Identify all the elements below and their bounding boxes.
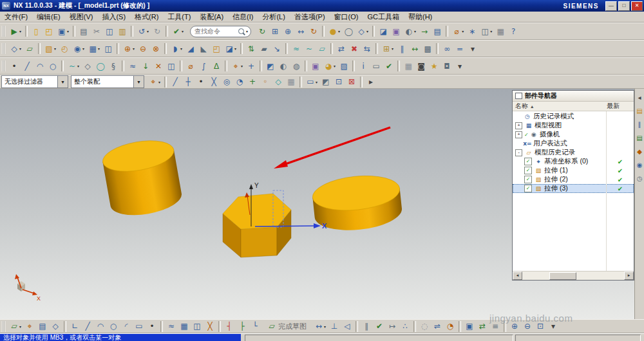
scale-body-button[interactable]: ↘ (270, 41, 283, 56)
navigator-item-datum-csys[interactable]: ✓ ⌖ 基准坐标系 (0) ✔ (513, 157, 634, 166)
continuous-auto-dimension-button[interactable]: ≡ (489, 320, 502, 333)
command-finder[interactable]: ▾ (190, 26, 251, 37)
navigator-item-user-expressions[interactable]: x= 用户表达式 (513, 139, 634, 148)
studio-spline-button[interactable]: ~▾ (66, 59, 81, 73)
copy-button[interactable]: ◫ (103, 24, 116, 39)
shaded-with-edges-button[interactable]: ●▾ (327, 24, 342, 39)
navigator-column-header[interactable]: 名称 ▲ 最新 (513, 102, 634, 111)
quick-extend-button[interactable]: ├ (236, 320, 249, 333)
subtract-button[interactable]: ⊖ (137, 41, 149, 56)
add-component-button[interactable]: ⊞▾ (380, 41, 395, 56)
shell-button[interactable]: ◰ (210, 41, 223, 56)
section-view-button[interactable]: ◪ (377, 24, 390, 39)
snap-midpoint-button[interactable]: ┼ (182, 75, 194, 88)
expressions-button[interactable]: = (453, 41, 466, 56)
wcs-dynamics-button[interactable]: ⌖▾ (229, 59, 245, 73)
cut-button[interactable]: ✂ (90, 24, 103, 39)
sketch-csys-button[interactable]: ⌖ (23, 320, 36, 333)
navigator-item-extrude-1[interactable]: ✓ ▧ 拉伸 (1) ✔ (513, 166, 634, 175)
snap-existing-point-button[interactable]: + (246, 75, 259, 88)
selection-rectangle-button[interactable]: ▭▾ (304, 75, 319, 88)
feature-checkbox[interactable]: ✓ (524, 158, 532, 165)
quick-trim-button[interactable]: ┤ (223, 320, 236, 333)
selection-scope-dropdown[interactable]: 整个装配 ▼ (71, 75, 144, 88)
chevron-down-icon[interactable]: ▾ (246, 29, 248, 33)
fit-sketch-button[interactable]: ⊡ (534, 320, 547, 333)
snap-point-on-curve-button[interactable]: ◦ (259, 75, 272, 88)
toolbar-grip[interactable] (2, 26, 5, 37)
layer-settings-button[interactable]: ▤ (431, 24, 444, 39)
edit-object-display-button[interactable]: ◩ (264, 59, 277, 73)
move-face-button[interactable]: ⇄ (335, 41, 348, 56)
datum-plane-button[interactable]: ◇▾ (8, 41, 23, 56)
circle-tool-button[interactable]: ○ (107, 320, 120, 333)
alternate-solution-button[interactable]: ⇌ (431, 320, 444, 333)
sketch-layers-button[interactable]: ▤ (36, 320, 49, 333)
menu-analysis[interactable]: 分析(L) (258, 12, 289, 23)
ray-traced-studio-button[interactable]: ◙ (415, 59, 428, 73)
intersection-point-tool-button[interactable]: ╳ (204, 320, 216, 333)
move-object-button[interactable]: → (418, 24, 431, 39)
constraint-navigator-tab-button[interactable]: ∥ (635, 119, 644, 130)
snapshot-button[interactable]: ▣ (390, 24, 402, 39)
pattern-curve-tool-button[interactable]: ▦ (178, 320, 191, 333)
visual-effects-button[interactable]: ★ (428, 59, 440, 73)
immediate-hide-button[interactable]: ◍ (290, 59, 303, 73)
measure-button[interactable]: ⌀ (184, 59, 197, 73)
menu-preferences[interactable]: 首选项(P) (290, 12, 330, 23)
recently-used-button[interactable]: ✔▾ (170, 24, 185, 39)
open-file-button[interactable]: ◰ (43, 24, 55, 39)
snap-point-on-surface-button[interactable]: ◇ (272, 75, 285, 88)
navigator-item-model-history[interactable]: - ▱ 模型历史记录 (513, 148, 634, 157)
auto-dimension-button[interactable]: ↦ (386, 320, 399, 333)
pattern-component-button[interactable]: ▩ (421, 41, 434, 56)
expand-toggle[interactable]: + (515, 131, 522, 138)
menu-assemblies[interactable]: 装配(A) (195, 12, 228, 23)
zoom-button[interactable]: ⊕ (281, 24, 294, 39)
navigator-item-cameras[interactable]: + ✓ ◉ 摄像机 (513, 130, 634, 139)
assembly-constraints-button[interactable]: ∥ (395, 41, 408, 56)
work-plane-grid-button[interactable]: ▦ (402, 59, 415, 73)
trim-body-button[interactable]: ◪▾ (223, 41, 238, 56)
edge-blend-button[interactable]: ◗▾ (169, 41, 184, 56)
fit-view-button[interactable]: ⊞ (269, 24, 281, 39)
draft-button[interactable]: ◣ (197, 41, 210, 56)
polygon-button[interactable]: ◇ (81, 59, 94, 73)
collapse-panel-button[interactable]: ◂ (635, 92, 644, 103)
menu-file[interactable]: 文件(F) (0, 12, 32, 23)
pattern-feature-button[interactable]: ▦▾ (86, 41, 102, 56)
deselect-all-button[interactable]: ⊠ (345, 75, 358, 88)
navigator-item-history-mode[interactable]: ◷ 历史记录模式 (513, 112, 634, 121)
start-button[interactable]: ▶▾ (8, 24, 23, 39)
redo-button[interactable]: ↻ (151, 24, 164, 39)
profile-button[interactable]: ∟ (68, 320, 81, 333)
paste-button[interactable]: ▥ (116, 24, 129, 39)
scroll-track[interactable] (522, 272, 624, 279)
assembly-navigator-tab-button[interactable]: ▤ (635, 106, 644, 116)
feature-checkbox[interactable]: ✓ (524, 176, 532, 183)
navigator-item-extrude-2[interactable]: ✓ ▧ 拉伸 (2) ✔ (513, 175, 634, 184)
select-all-button[interactable]: ⊡ (332, 75, 345, 88)
unite-button[interactable]: ⊕▾ (121, 41, 137, 56)
orient-view-to-sketch-button[interactable]: ▣ (463, 320, 476, 333)
hexagonal-prism-body[interactable] (223, 194, 291, 257)
extrude-button[interactable]: ▧▾ (43, 41, 58, 56)
show-and-hide-button[interactable]: ◐▾ (402, 24, 418, 39)
mirror-feature-button[interactable]: ◫ (102, 41, 115, 56)
snap-quadrant-button[interactable]: ◔ (233, 75, 246, 88)
constraint-browser-button[interactable]: ∴ (399, 320, 412, 333)
refresh-view-button[interactable]: ↻ (256, 24, 269, 39)
animate-dimension-button[interactable]: ◔ (444, 320, 457, 333)
make-symmetric-button[interactable]: ◁ (341, 320, 354, 333)
chevron-down-icon[interactable]: ▼ (133, 76, 144, 88)
snap-bounded-grid-button[interactable]: ▦ (285, 75, 298, 88)
print-button[interactable]: ▤ (77, 24, 90, 39)
point-button[interactable]: • (8, 59, 21, 73)
fillet-tool-button[interactable]: ◜ (120, 320, 133, 333)
menu-gc-toolbox[interactable]: GC工具箱 (363, 12, 404, 23)
mirror-curve-tool-button[interactable]: ◫ (191, 320, 204, 333)
explode-assembly-button[interactable]: ∗ (466, 24, 478, 39)
wcs-orient-button[interactable]: + (245, 59, 258, 73)
view-snapshot-button[interactable]: ▣ (309, 59, 322, 73)
measure-distance-button[interactable]: ⌀▾ (450, 24, 466, 39)
